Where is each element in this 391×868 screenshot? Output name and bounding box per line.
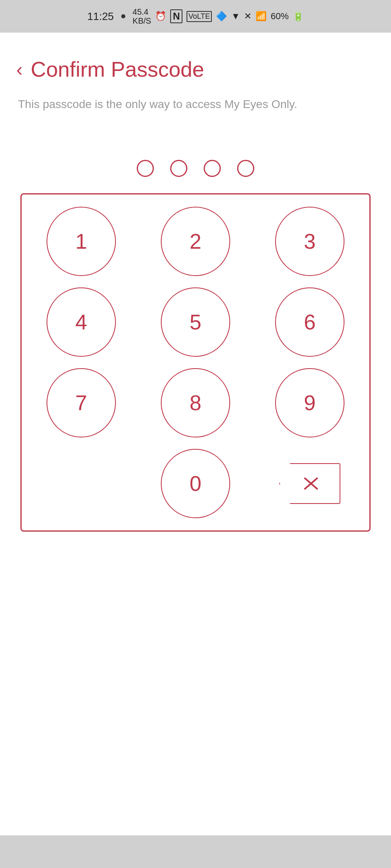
key-3[interactable]: 3 bbox=[275, 207, 344, 276]
key-1[interactable]: 1 bbox=[47, 207, 116, 276]
key-6[interactable]: 6 bbox=[275, 287, 344, 357]
time-display: 11:25 bbox=[87, 10, 114, 23]
main-content: ‹ Confirm Passcode This passcode is the … bbox=[0, 33, 391, 835]
signal-bar-icon: 📶 bbox=[255, 11, 267, 22]
key-delete-wrapper bbox=[258, 449, 361, 518]
subtitle-text: This passcode is the only way to access … bbox=[16, 98, 375, 111]
signal-x-icon: ✕ bbox=[244, 11, 251, 22]
passcode-dot-1 bbox=[137, 160, 154, 177]
key-delete[interactable] bbox=[279, 463, 340, 504]
nfc-icon: N bbox=[170, 9, 182, 23]
key-5[interactable]: 5 bbox=[161, 287, 230, 357]
network-speed-icon: 45.4KB/S bbox=[133, 7, 151, 25]
key-0[interactable]: 0 bbox=[161, 449, 230, 518]
key-9[interactable]: 9 bbox=[275, 368, 344, 437]
bluetooth-icon: 🔷 bbox=[216, 11, 227, 22]
wifi-icon: ▼ bbox=[231, 11, 240, 22]
key-8[interactable]: 8 bbox=[161, 368, 230, 437]
header: ‹ Confirm Passcode bbox=[16, 57, 375, 82]
passcode-dot-4 bbox=[237, 160, 254, 177]
passcode-dot-2 bbox=[170, 160, 187, 177]
status-dot bbox=[121, 14, 125, 18]
key-7[interactable]: 7 bbox=[47, 368, 116, 437]
volte-icon: VoLTE bbox=[187, 11, 212, 22]
keypad-container: 1 2 3 4 5 6 7 8 9 0 bbox=[20, 193, 371, 532]
delete-x-icon bbox=[298, 473, 322, 494]
status-bar-content: 11:25 45.4KB/S ⏰ N VoLTE 🔷 ▼ ✕ 📶 60% 🔋 bbox=[87, 7, 304, 25]
bottom-nav-bar bbox=[0, 835, 391, 868]
key-4[interactable]: 4 bbox=[47, 287, 116, 357]
key-empty bbox=[47, 449, 116, 518]
passcode-dot-3 bbox=[204, 160, 221, 177]
page-title: Confirm Passcode bbox=[31, 57, 204, 82]
battery-percent: 60% bbox=[271, 11, 289, 22]
status-icons: 45.4KB/S ⏰ N VoLTE 🔷 ▼ ✕ 📶 60% 🔋 bbox=[133, 7, 304, 25]
status-bar: 11:25 45.4KB/S ⏰ N VoLTE 🔷 ▼ ✕ 📶 60% 🔋 bbox=[0, 0, 391, 33]
keypad-bottom-row: 0 bbox=[30, 449, 361, 518]
alarm-icon: ⏰ bbox=[155, 11, 166, 22]
back-button[interactable]: ‹ bbox=[16, 60, 22, 79]
passcode-dots bbox=[16, 160, 375, 177]
key-2[interactable]: 2 bbox=[161, 207, 230, 276]
keypad-grid: 1 2 3 4 5 6 7 8 9 bbox=[30, 207, 361, 437]
battery-icon: 🔋 bbox=[293, 11, 304, 22]
